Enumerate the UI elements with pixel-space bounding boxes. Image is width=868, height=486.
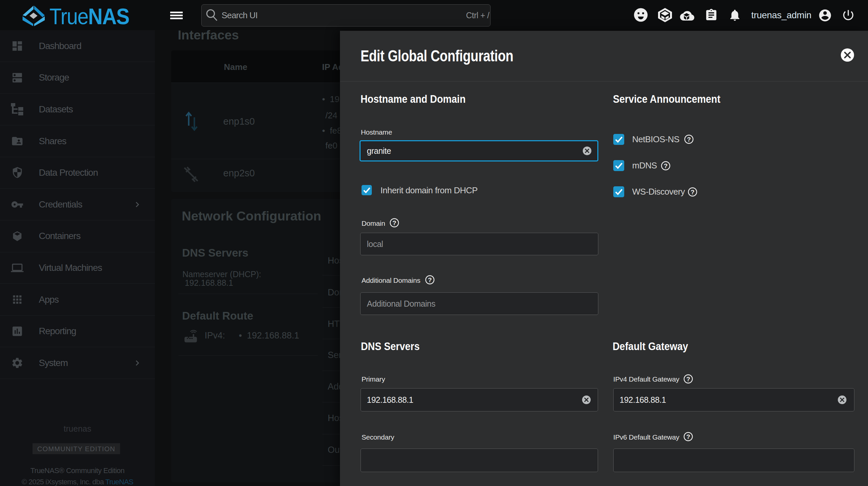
- svg-text:?: ?: [392, 220, 396, 226]
- svg-text:?: ?: [687, 136, 691, 143]
- svg-text:?: ?: [664, 162, 668, 169]
- svg-text:?: ?: [428, 277, 432, 284]
- svg-text:?: ?: [686, 433, 690, 440]
- svg-text:?: ?: [690, 189, 694, 196]
- svg-text:?: ?: [686, 376, 690, 383]
